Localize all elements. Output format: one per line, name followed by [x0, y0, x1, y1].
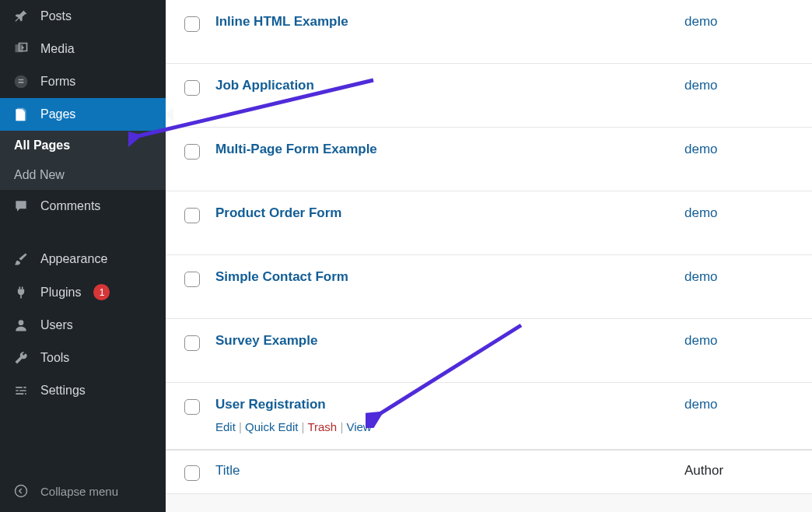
sidebar-sub-all-pages[interactable]: All Pages	[0, 131, 166, 160]
svg-point-2	[16, 486, 27, 497]
page-title-link[interactable]: User Registration	[215, 397, 326, 412]
row-checkbox[interactable]	[184, 399, 200, 415]
row-checkbox[interactable]	[184, 16, 200, 32]
table-row: Job Application demo	[166, 64, 812, 128]
pages-icon	[12, 107, 30, 122]
action-quick-edit[interactable]: Quick Edit	[245, 420, 298, 433]
page-author-link[interactable]: demo	[684, 142, 793, 157]
pages-list-content: Inline HTML Example demo Job Application…	[166, 0, 812, 512]
table-row: User Registration Edit | Quick Edit | Tr…	[166, 383, 812, 450]
collapse-label: Collapse menu	[40, 485, 118, 498]
page-title-link[interactable]: Simple Contact Form	[215, 269, 348, 285]
action-edit[interactable]: Edit	[215, 420, 236, 433]
page-title-link[interactable]: Inline HTML Example	[215, 14, 348, 30]
admin-sidebar: Posts Media Forms Pages All Pages Add Ne…	[0, 0, 166, 512]
sidebar-item-settings[interactable]: Settings	[0, 374, 166, 407]
sidebar-item-label: Appearance	[40, 252, 107, 266]
sidebar-item-label: Plugins	[40, 286, 81, 300]
sidebar-item-label: Tools	[40, 351, 69, 365]
page-title-link[interactable]: Survey Example	[215, 333, 317, 349]
sidebar-item-label: Users	[40, 318, 73, 332]
collapse-icon	[12, 484, 30, 498]
sidebar-item-appearance[interactable]: Appearance	[0, 243, 166, 275]
forms-icon	[12, 74, 30, 89]
plugins-update-badge: 1	[93, 284, 110, 300]
table-row: Inline HTML Example demo	[166, 0, 812, 64]
page-author-link[interactable]: demo	[684, 269, 793, 285]
sliders-icon	[12, 383, 30, 398]
sidebar-item-media[interactable]: Media	[0, 33, 166, 65]
comment-icon	[12, 198, 30, 214]
sidebar-item-users[interactable]: Users	[0, 309, 166, 342]
media-icon	[12, 41, 30, 57]
table-row: Multi-Page Form Example demo	[166, 128, 812, 191]
page-author-link[interactable]: demo	[684, 14, 793, 30]
sidebar-item-label: Pages	[40, 107, 75, 121]
page-title-link[interactable]: Job Application	[215, 78, 314, 93]
select-all-checkbox[interactable]	[184, 465, 200, 481]
row-checkbox[interactable]	[184, 272, 200, 287]
sidebar-item-label: Posts	[40, 9, 72, 23]
sidebar-item-posts[interactable]: Posts	[0, 0, 166, 33]
user-icon	[12, 317, 30, 333]
row-checkbox[interactable]	[184, 80, 200, 96]
pin-icon	[12, 9, 30, 24]
collapse-menu-button[interactable]: Collapse menu	[0, 475, 166, 512]
row-actions: Edit | Quick Edit | Trash | View	[215, 420, 684, 433]
sidebar-item-tools[interactable]: Tools	[0, 342, 166, 374]
sidebar-item-comments[interactable]: Comments	[0, 190, 166, 223]
sidebar-item-label: Comments	[40, 199, 100, 213]
sidebar-submenu-pages: All Pages Add New	[0, 131, 166, 190]
wrench-icon	[12, 350, 30, 366]
sidebar-item-label: Media	[40, 42, 75, 56]
column-header-author[interactable]: Author	[684, 463, 793, 479]
column-header-title[interactable]: Title	[215, 463, 240, 479]
page-author-link[interactable]: demo	[684, 205, 793, 221]
sidebar-item-plugins[interactable]: Plugins 1	[0, 275, 166, 309]
page-title-link[interactable]: Multi-Page Form Example	[215, 142, 377, 157]
sidebar-item-label: Forms	[40, 75, 75, 89]
brush-icon	[12, 251, 30, 267]
sidebar-item-label: Settings	[40, 384, 86, 398]
table-row: Product Order Form demo	[166, 191, 812, 255]
sidebar-sub-add-new[interactable]: Add New	[0, 160, 166, 190]
table-row: Simple Contact Form demo	[166, 255, 812, 319]
action-trash[interactable]: Trash	[307, 420, 337, 433]
page-author-link[interactable]: demo	[684, 78, 793, 93]
row-checkbox[interactable]	[184, 208, 200, 223]
row-checkbox[interactable]	[184, 144, 200, 160]
page-title-link[interactable]: Product Order Form	[215, 205, 341, 221]
table-footer: Title Author	[166, 450, 812, 494]
row-checkbox[interactable]	[184, 335, 200, 351]
action-view[interactable]: View	[346, 420, 371, 433]
sidebar-item-pages[interactable]: Pages	[0, 98, 166, 131]
page-author-link[interactable]: demo	[684, 397, 793, 412]
sidebar-item-forms[interactable]: Forms	[0, 65, 166, 98]
svg-point-1	[19, 320, 24, 325]
page-author-link[interactable]: demo	[684, 333, 793, 349]
table-row: Survey Example demo	[166, 319, 812, 383]
plug-icon	[12, 285, 30, 300]
